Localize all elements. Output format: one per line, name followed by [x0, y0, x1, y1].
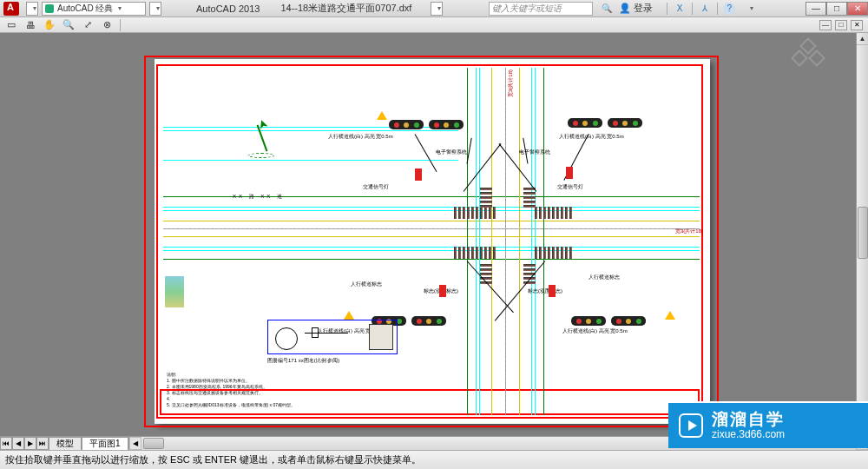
divider [120, 19, 121, 31]
crosswalk-bottom-r [535, 247, 572, 259]
status-bar: 按住拾取键并垂直拖动以进行缩放，按 ESC 或 ENTER 键退出，或者单击鼠标… [0, 450, 868, 469]
window-maximize-button[interactable]: □ [826, 2, 847, 16]
scroll-up-button[interactable]: ▲ [857, 33, 868, 45]
ped-signal [566, 167, 573, 179]
doc-restore-button[interactable]: □ [835, 20, 847, 30]
tab-last-button[interactable]: ⏭ [36, 437, 49, 450]
crosswalk-top [454, 207, 496, 219]
share-icon[interactable]: ⅄ [698, 2, 712, 16]
window-close-button[interactable]: ✕ [847, 2, 868, 16]
new-icon[interactable]: ▭ [5, 19, 17, 31]
divider [667, 3, 667, 15]
divider [717, 3, 718, 15]
survey-line [163, 160, 458, 161]
app-title: AutoCAD 2013 [196, 3, 260, 14]
annotation: 交通信号灯 [557, 184, 583, 189]
doc-close-button[interactable]: ✕ [851, 20, 863, 30]
search-input[interactable]: 键入关键字或短语 [489, 2, 593, 16]
traffic-signal-2 [429, 120, 464, 129]
annotation: 标志(双面标志) [528, 288, 562, 294]
annotation: 电子警察系统 [436, 149, 467, 155]
traffic-signal-4 [608, 118, 642, 128]
status-hint: 按住拾取键并垂直拖动以进行缩放，按 ESC 或 ENTER 键退出，或者单击鼠标… [5, 453, 421, 466]
infocenter-icon[interactable]: 🔍 [600, 2, 614, 16]
title-bar: ▾ AutoCAD 经典 ▾ ▾ AutoCAD 2013 14--18米道路交… [0, 0, 868, 17]
file-name: 14--18米道路交通平面0707.dxf [280, 2, 411, 15]
sign-in-button[interactable]: 👤登录 [619, 2, 653, 15]
workspace-selector[interactable]: AutoCAD 经典 ▾ [42, 2, 146, 16]
recent-dropdown[interactable]: ▾ [431, 2, 443, 16]
qat-dropdown[interactable]: ▾ [26, 2, 38, 16]
warning-sign-1 [344, 311, 354, 320]
annotation: 交通信号灯 [363, 184, 389, 189]
dimension: 宽3(共计18) [675, 228, 703, 235]
survey-line [163, 130, 458, 131]
help-dropdown[interactable]: ▾ [744, 2, 754, 16]
print-icon[interactable]: 🖶 [24, 19, 36, 31]
workspace-icon [45, 4, 54, 13]
title-block [267, 320, 398, 354]
tab-prev-button[interactable]: ◀ [12, 437, 24, 450]
watermark-url: zixue.3d66.com [712, 429, 785, 441]
layout-tab-1[interactable]: 平面图1 [82, 437, 128, 450]
annotation: 电子警察系统 [519, 149, 550, 155]
app-icon[interactable] [3, 2, 19, 16]
crosswalk-left-v [480, 188, 492, 208]
scroll-thumb[interactable] [858, 207, 868, 259]
annotation: 人行横道标志 [589, 274, 620, 280]
traffic-signal-3 [568, 118, 602, 128]
exchange-x-icon[interactable]: X [673, 2, 687, 16]
warning-sign-3 [377, 111, 387, 120]
titleblock-caption: 图册编号171 xx图名(比例 参阅) [267, 358, 406, 363]
drawing-notes: 说明: 1. 图中所注数据除特殊说明外以米为单位。 2. 本图采用1980西安高… [167, 372, 295, 408]
ped-signal [415, 168, 422, 181]
tab-nav-buttons: ⏮ ◀ ▶ ⏭ [0, 437, 49, 450]
crosswalk-right-v [523, 188, 536, 208]
annotation: 人行横道线(白) 高亮 宽0.5m [328, 134, 393, 139]
crosswalk-bottom [454, 247, 496, 259]
traffic-signal-7 [571, 316, 606, 326]
viewcube[interactable] [790, 38, 830, 73]
tab-next-button[interactable]: ▶ [24, 437, 36, 450]
pan-icon[interactable]: ✋ [43, 19, 56, 31]
north-arrow [241, 120, 285, 163]
watermark-title: 溜溜自学 [712, 410, 785, 429]
ped-signal [549, 285, 556, 297]
horizontal-road [163, 207, 700, 259]
play-icon [679, 413, 703, 438]
tab-first-button[interactable]: ⏮ [0, 437, 12, 450]
divider [692, 3, 693, 15]
traffic-signal-1 [389, 120, 424, 129]
vertical-scrollbar[interactable]: ▲ ▼ [856, 33, 868, 436]
traffic-signal-8 [611, 316, 646, 326]
refresh-icon[interactable]: ⊗ [101, 19, 113, 31]
window-controls: — □ ✕ [806, 2, 868, 16]
vertical-road [476, 68, 536, 415]
dimension: 宽3(共计18) [507, 69, 515, 97]
help-icon[interactable]: ? [723, 3, 735, 15]
window-minimize-button[interactable]: — [806, 2, 826, 16]
drawing-paper: 人行横道线(白) 高亮 宽0.5m 人行横道线(白) 高亮 宽0.5m 人行横道… [155, 59, 710, 424]
title-tools: 🔍 👤登录 X ⅄ ? ▾ [600, 2, 754, 16]
zoom-extent-icon[interactable]: ⤢ [82, 19, 94, 31]
doc-window-controls: — □ ✕ [819, 20, 863, 30]
zoom-window-icon[interactable]: 🔍 [62, 19, 75, 31]
road-label: XX 路 XX 道 [233, 193, 285, 201]
scroll-left-button[interactable]: ◀ [129, 437, 141, 450]
annotation: 人行横道线(白) 高亮 宽0.5m [559, 134, 624, 139]
model-tab[interactable]: 模型 [49, 437, 82, 450]
hscroll-thumb[interactable] [143, 438, 164, 449]
doc-minimize-button[interactable]: — [819, 20, 832, 30]
crosswalk-top-r [535, 207, 572, 219]
annotation: 人行横道线(白) 高亮 宽0.5m [562, 328, 628, 334]
annotation: 人行横道标志 [351, 281, 382, 287]
drawing-area[interactable]: 人行横道线(白) 高亮 宽0.5m 人行横道线(白) 高亮 宽0.5m 人行横道… [0, 33, 868, 436]
watermark-banner: 溜溜自学 zixue.3d66.com [668, 401, 868, 448]
quick-toolbar: ▭ 🖶 ✋ 🔍 ⤢ ⊗ — □ ✕ [0, 17, 868, 33]
traffic-signal-6 [411, 316, 446, 326]
ped-signal [439, 285, 446, 297]
qat-overflow[interactable]: ▾ [149, 2, 161, 16]
workspace-label: AutoCAD 经典 [57, 3, 113, 15]
legend-swatch [165, 276, 184, 307]
warning-sign-2 [665, 311, 675, 320]
